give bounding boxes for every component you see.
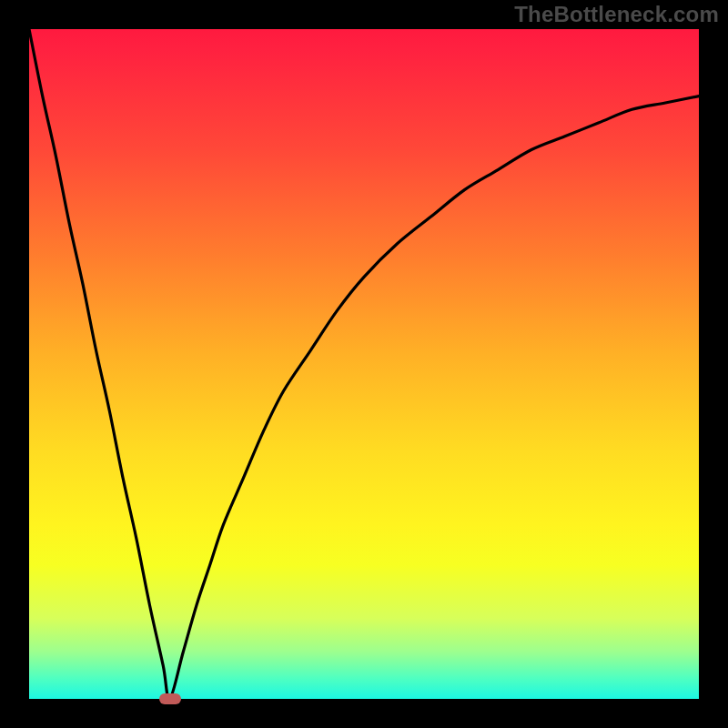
chart-frame: TheBottleneck.com (0, 0, 728, 728)
bottleneck-curve (29, 29, 699, 699)
optimum-marker (159, 693, 181, 704)
plot-area (29, 29, 699, 699)
watermark-text: TheBottleneck.com (514, 2, 719, 27)
